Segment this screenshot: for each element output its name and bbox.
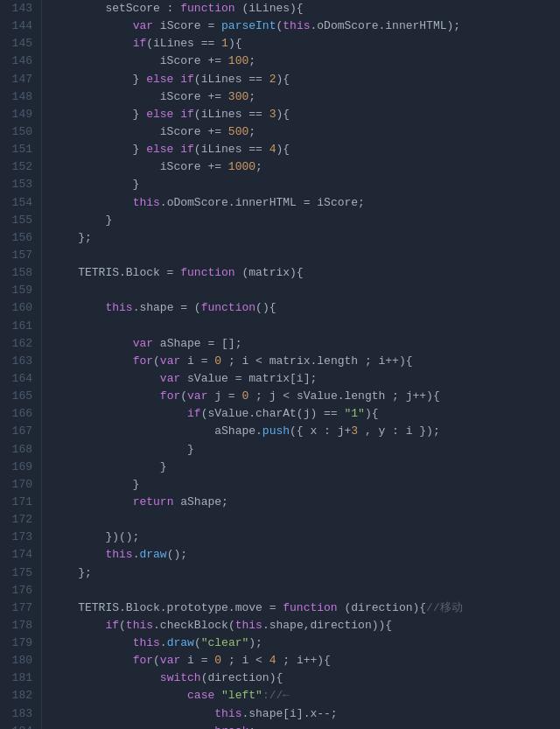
code-line: switch(direction){ [51, 669, 560, 687]
code-line: }; [51, 564, 560, 582]
code-line [51, 511, 560, 529]
line-number: 181 [9, 669, 32, 687]
line-number: 157 [9, 247, 32, 264]
line-number: 173 [9, 529, 32, 546]
line-number: 161 [9, 318, 32, 335]
code-line: iScore += 300; [51, 88, 560, 106]
code-line: break; [51, 723, 560, 729]
code-line: if(sValue.charAt(j) == "1"){ [51, 405, 560, 423]
code-line: if(this.checkBlock(this.shape,direction)… [51, 617, 560, 634]
line-number: 172 [9, 511, 32, 529]
line-number: 150 [9, 123, 32, 141]
line-number: 162 [9, 335, 32, 353]
line-number: 163 [9, 353, 32, 370]
code-line: if(iLines == 1){ [51, 35, 560, 53]
code-line: } [51, 476, 560, 494]
line-number: 159 [9, 282, 32, 299]
line-number: 152 [9, 158, 32, 176]
code-line: TETRIS.Block = function (matrix){ [51, 264, 560, 282]
line-number: 160 [9, 299, 32, 317]
line-number: 153 [9, 176, 32, 193]
line-number: 169 [9, 459, 32, 476]
code-line: iScore += 500; [51, 123, 560, 141]
line-number: 170 [9, 476, 32, 494]
code-line: this.draw("clear"); [51, 634, 560, 652]
line-number: 180 [9, 652, 32, 669]
code-line: for(var j = 0 ; j < sValue.length ; j++)… [51, 388, 560, 405]
line-number: 145 [9, 35, 32, 53]
line-number: 151 [9, 141, 32, 158]
line-number: 154 [9, 194, 32, 212]
code-line: } [51, 176, 560, 193]
code-line: aShape.push({ x : j+3 , y : i }); [51, 423, 560, 440]
line-number: 183 [9, 705, 32, 723]
code-line: }; [51, 229, 560, 247]
line-number: 179 [9, 634, 32, 652]
code-line: } [51, 441, 560, 459]
code-line: var aShape = []; [51, 335, 560, 353]
code-line: this.draw(); [51, 546, 560, 564]
code-line: iScore += 100; [51, 53, 560, 70]
code-line: } else if(iLines == 4){ [51, 141, 560, 158]
code-line: TETRIS.Block.prototype.move = function (… [51, 599, 560, 617]
code-line: for(var i = 0 ; i < matrix.length ; i++)… [51, 353, 560, 370]
line-number: 174 [9, 546, 32, 564]
line-number: 178 [9, 617, 32, 634]
line-number: 184 [9, 723, 32, 729]
line-number: 182 [9, 687, 32, 704]
code-line: iScore += 1000; [51, 158, 560, 176]
line-number: 148 [9, 88, 32, 106]
line-number: 155 [9, 212, 32, 229]
line-number: 176 [9, 582, 32, 599]
code-editor: 1431441451461471481491501511521531541551… [0, 0, 560, 729]
line-number: 175 [9, 564, 32, 582]
code-line: var sValue = matrix[i]; [51, 370, 560, 388]
line-number: 167 [9, 423, 32, 440]
code-line: } [51, 459, 560, 476]
code-line: } else if(iLines == 3){ [51, 106, 560, 123]
code-line: } [51, 212, 560, 229]
code-line: setScore : function (iLines){ [51, 0, 560, 18]
code-line: var iScore = parseInt(this.oDomScore.inn… [51, 18, 560, 35]
code-line [51, 582, 560, 599]
line-number: 146 [9, 53, 32, 70]
code-line [51, 282, 560, 299]
code-line: this.shape[i].x--; [51, 705, 560, 723]
code-line: return aShape; [51, 494, 560, 511]
line-number: 147 [9, 71, 32, 88]
line-number: 165 [9, 388, 32, 405]
code-line: for(var i = 0 ; i < 4 ; i++){ [51, 652, 560, 669]
code-line: this.shape = (function(){ [51, 299, 560, 317]
line-numbers: 1431441451461471481491501511521531541551… [0, 0, 42, 729]
line-number: 168 [9, 441, 32, 459]
line-number: 144 [9, 18, 32, 35]
line-number: 171 [9, 494, 32, 511]
code-line: this.oDomScore.innerHTML = iScore; [51, 194, 560, 212]
code-line [51, 318, 560, 335]
line-number: 156 [9, 229, 32, 247]
code-line: } else if(iLines == 2){ [51, 71, 560, 88]
code-line: })(); [51, 529, 560, 546]
line-number: 177 [9, 599, 32, 617]
code-line [51, 247, 560, 264]
code-content: setScore : function (iLines){ var iScore… [42, 0, 560, 729]
line-number: 149 [9, 106, 32, 123]
line-number: 143 [9, 0, 32, 18]
line-number: 166 [9, 405, 32, 423]
code-line: case "left"://← [51, 687, 560, 704]
line-number: 158 [9, 264, 32, 282]
line-number: 164 [9, 370, 32, 388]
